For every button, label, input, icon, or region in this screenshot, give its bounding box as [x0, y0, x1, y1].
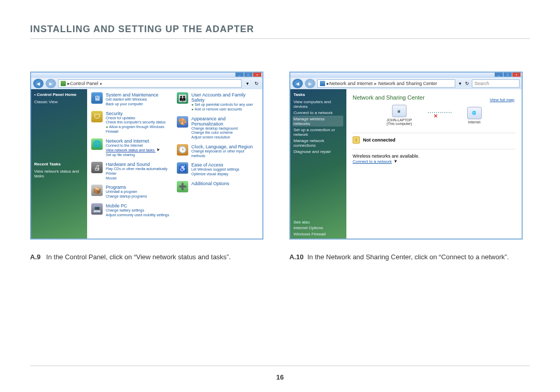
back-button[interactable]: ◄	[33, 79, 44, 88]
forward-button[interactable]: ►	[46, 79, 56, 88]
clock-language-icon: 🕒	[177, 144, 188, 156]
cursor-icon	[156, 148, 160, 153]
tasks-header: Tasks	[293, 92, 343, 97]
category-system[interactable]: System and Maintenance	[106, 92, 173, 97]
sublink[interactable]: Optimize visual display	[191, 172, 258, 177]
sublink[interactable]: Let Windows suggest settings	[191, 167, 258, 172]
category-users[interactable]: User Accounts and Family Safety	[191, 92, 258, 103]
sublink[interactable]: Printer	[106, 172, 173, 176]
sublink[interactable]: Check for updates	[106, 116, 173, 121]
breadcrumb-item[interactable]: Control Panel	[70, 81, 99, 86]
see-also-item[interactable]: Internet Options	[293, 225, 343, 231]
status-text: Not connected	[363, 137, 396, 143]
see-also-item[interactable]: Windows Firewall	[293, 231, 343, 237]
category-network[interactable]: Network and Internet	[106, 138, 173, 144]
recent-task-item[interactable]: View network status and tasks	[34, 168, 84, 179]
control-panel-icon	[61, 81, 66, 86]
sidebar-item-manage-wireless[interactable]: Manage wireless networks	[292, 116, 343, 127]
category-programs[interactable]: Programs	[106, 185, 173, 190]
wireless-available-text: Wireless networks are available.	[353, 153, 515, 159]
sublink[interactable]: Adjust commonly used mobility settings	[106, 213, 173, 218]
computer-icon: 🖥	[392, 105, 407, 117]
maximize-button[interactable]: □	[503, 73, 512, 77]
category-mobile[interactable]: Mobile PC	[106, 203, 173, 208]
caption-text: In the Control Panel, click on “View net…	[46, 253, 231, 261]
sublink[interactable]: Mouse	[106, 176, 173, 181]
programs-icon: 📦	[91, 185, 103, 196]
breadcrumb-item[interactable]: Network and Sharing Center	[379, 81, 438, 86]
sidebar-item[interactable]: Manage network connections	[293, 137, 343, 148]
sidebar-item[interactable]: View computers and devices	[293, 99, 343, 109]
control-panel-categories: 🖥 System and Maintenance Get started wit…	[87, 89, 262, 239]
sublink[interactable]: Adjust screen resolution	[191, 135, 258, 140]
close-button[interactable]: ×	[253, 73, 261, 77]
page-number: 16	[0, 373, 560, 381]
close-button[interactable]: ×	[512, 73, 521, 77]
node-label: Internet	[467, 120, 482, 124]
step-tag: A.10	[289, 253, 303, 261]
breadcrumb-item[interactable]: Network and Internet	[329, 81, 373, 86]
ease-of-access-icon: ♿	[177, 162, 188, 174]
sublink[interactable]: ●Set up parental controls for any user	[191, 103, 258, 107]
network-diagram: 🖥 JOHN-LAPTOP (This computer) ✕ 🌐 Intern…	[353, 105, 515, 125]
sublink[interactable]: Change startup programs	[106, 194, 173, 199]
divider-bottom	[30, 366, 530, 366]
sublink[interactable]: Connect to the Internet	[106, 144, 173, 148]
page-title: INSTALLING AND SETTING UP THE ADAPTER	[30, 24, 254, 35]
sidebar-home[interactable]: • Control Panel Home	[34, 92, 84, 97]
cursor-icon	[393, 159, 397, 164]
sublink[interactable]: ●Allow a program through Windows Firewal…	[106, 125, 173, 134]
sublink[interactable]: Uninstall a program	[106, 190, 173, 194]
warning-icon: !	[353, 136, 360, 144]
search-input[interactable]: Search	[472, 79, 520, 88]
screenshot-control-panel: _ □ × ◄ ► ▸ Control Panel ▸ ▾ ↻ • Contro…	[30, 72, 263, 240]
caption-a10: A.10 In the Network and Sharing Center, …	[289, 253, 523, 262]
category-additional[interactable]: Additional Options	[191, 181, 258, 186]
sublink[interactable]: Change battery settings	[106, 208, 173, 213]
sublink[interactable]: Set up file sharing	[106, 153, 173, 158]
sidebar-item[interactable]: Diagnose and repair	[293, 148, 343, 155]
category-clock[interactable]: Clock, Language, and Region	[191, 144, 258, 149]
security-icon: 🛡	[91, 111, 103, 122]
node-this-computer: 🖥 JOHN-LAPTOP (This computer)	[386, 105, 412, 125]
category-appearance[interactable]: Appearance and Personalization	[191, 116, 258, 127]
sublink[interactable]: Check this computer's security status	[106, 120, 173, 125]
sidebar-item[interactable]: Set up a connection or network	[293, 127, 343, 137]
address-bar: ◄ ► ▸ Control Panel ▸ ▾ ↻	[31, 78, 262, 89]
recent-tasks-header: Recent Tasks	[34, 162, 84, 166]
category-hardware[interactable]: Hardware and Sound	[106, 162, 173, 167]
sidebar: • Control Panel Home Classic View Recent…	[31, 89, 87, 239]
category-security[interactable]: Security	[106, 111, 173, 116]
sublink[interactable]: Get started with Windows	[106, 97, 173, 102]
sublink-view-network-status[interactable]: View network status and tasks	[106, 148, 173, 153]
forward-button[interactable]: ►	[305, 79, 315, 88]
sublink[interactable]: Play CDs or other media automatically	[106, 167, 173, 172]
breadcrumb[interactable]: ▸ Control Panel ▸	[58, 79, 242, 88]
breadcrumb[interactable]: ▸ Network and Internet ▸ Network and Sha…	[317, 79, 455, 88]
address-bar: ◄ ► ▸ Network and Internet ▸ Network and…	[290, 78, 522, 89]
appearance-icon: 🎨	[177, 116, 188, 128]
category-ease[interactable]: Ease of Access	[191, 162, 258, 167]
sublink[interactable]: Change keyboards or other input methods	[191, 149, 258, 159]
view-full-map-link[interactable]: View full map	[490, 97, 514, 102]
diagram-link-broken: ✕	[428, 112, 452, 119]
maximize-button[interactable]: □	[244, 73, 253, 77]
network-center-icon	[320, 81, 325, 86]
back-button[interactable]: ◄	[292, 79, 303, 88]
sidebar-item[interactable]: Connect to a network	[293, 109, 343, 116]
connect-to-network-link[interactable]: Connect to a network	[353, 159, 392, 164]
sidebar-classic-view[interactable]: Classic View	[34, 99, 84, 105]
minimize-button[interactable]: _	[235, 73, 244, 77]
user-accounts-icon: 👪	[177, 92, 188, 104]
sublink[interactable]: ●Add or remove user accounts	[191, 107, 258, 112]
mobile-pc-icon: 💻	[91, 203, 103, 215]
minimize-button[interactable]: _	[495, 73, 503, 77]
sublink[interactable]: Change desktop background	[191, 127, 258, 131]
sublink[interactable]: Change the color scheme	[191, 131, 258, 135]
caption-a9: A.9 In the Control Panel, click on “View…	[30, 253, 274, 262]
caption-text: In the Network and Sharing Center, click…	[307, 253, 509, 261]
sublink[interactable]: Back up your computer	[106, 102, 173, 107]
node-sublabel: (This computer)	[386, 122, 412, 125]
node-label: JOHN-LAPTOP	[386, 118, 412, 122]
window-titlebar: _ □ ×	[31, 73, 262, 78]
